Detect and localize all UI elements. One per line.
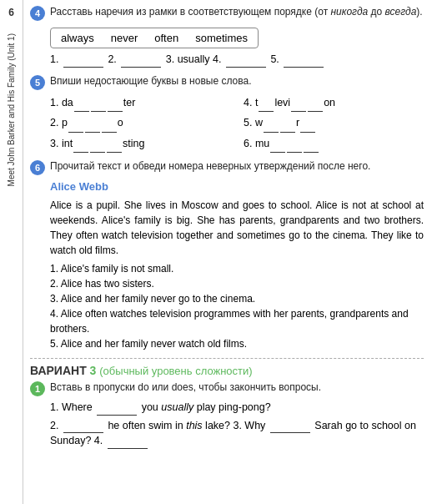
task-6-header: 6 Прочитай текст и обведи номера неверны…	[30, 159, 424, 175]
sidebar: 6 Meet John Barker and His Family (Unit …	[0, 0, 23, 504]
variant-label: ВАРИАНТ	[30, 364, 87, 377]
task-5-item-4: 4. tlevion	[244, 93, 424, 113]
task-6-num: 6	[30, 160, 45, 175]
this-word: this	[186, 420, 202, 431]
task-5-num: 5	[30, 75, 45, 90]
statement-5: 5. Alice and her family never watch old …	[50, 336, 424, 351]
task-6-desc: Прочитай текст и обведи номера неверных …	[50, 159, 370, 174]
task-6-text: Alice Webb Alice is a pupil. She lives i…	[50, 179, 424, 258]
task-5-item-3: 3. intsting	[50, 134, 230, 154]
blank-4[interactable]	[226, 67, 266, 68]
task-4-desc: Расставь наречия из рамки в соответствую…	[50, 5, 423, 19]
main-content: 4 Расставь наречия из рамки в соответств…	[23, 0, 432, 504]
word-sometimes: sometimes	[195, 32, 248, 44]
blank-1[interactable]	[63, 67, 103, 68]
statement-4: 4. Alice often watches television progra…	[50, 306, 424, 336]
task-5-desc: Впиши недостающие буквы в новые слова.	[50, 74, 251, 88]
statement-2: 2. Alice has two sisters.	[50, 276, 424, 291]
word-never: never	[111, 32, 138, 44]
task-5-row-1: 1. dater 4. tlevion	[50, 93, 424, 113]
statement-1: 1. Alice's family is not small.	[50, 261, 424, 276]
page: 6 Meet John Barker and His Family (Unit …	[0, 0, 432, 504]
task-v1-header: 1 Вставь в пропуски do или does, чтобы з…	[30, 381, 424, 396]
task-4-num: 4	[30, 6, 45, 21]
task-5-header: 5 Впиши недостающие буквы в новые слова.	[30, 74, 424, 90]
word-box: always never often sometimes	[50, 28, 259, 48]
task-5-item-1: 1. dater	[50, 93, 230, 113]
task-v1: 1 Вставь в пропуски do или does, чтобы з…	[30, 381, 424, 449]
task-5-grid: 1. dater 4. tlevion 2. po 5. wr	[50, 93, 424, 154]
blank-v1-1[interactable]	[97, 415, 137, 416]
blank-5[interactable]	[284, 67, 324, 68]
task-v1-num: 1	[30, 381, 45, 396]
blank-2[interactable]	[121, 67, 161, 68]
statements: 1. Alice's family is not small. 2. Alice…	[50, 261, 424, 351]
task-v1-desc: Вставь в пропуски do или does, чтобы зак…	[50, 381, 321, 395]
task-5-row-2: 2. po 5. wr	[50, 113, 424, 133]
task-v1-line2: 2. he often swim in this lake? 3. Why Sa…	[50, 418, 424, 450]
word-always: always	[61, 32, 94, 44]
blank-v1-2[interactable]	[63, 432, 103, 433]
variant-level: (обычный уровень сложности)	[99, 365, 252, 377]
task-5-row-3: 3. intsting 6. mu	[50, 134, 424, 154]
task-4-line: 1. 2. 3. usually 4. 5.	[50, 52, 424, 68]
task-4: 4 Расставь наречия из рамки в соответств…	[30, 5, 424, 68]
task-v1-line1: 1. Where you usually play ping-pong?	[50, 400, 424, 416]
blank-v1-3[interactable]	[270, 432, 310, 433]
blank-v1-4[interactable]	[108, 448, 148, 449]
page-number: 6	[8, 7, 14, 18]
sidebar-text: Meet John Barker and His Family (Unit 1)	[6, 33, 18, 186]
variant-header: ВАРИАНТ 3 (обычный уровень сложности)	[30, 358, 424, 377]
text-body: Alice is a pupil. She lives in Moscow an…	[50, 198, 424, 258]
task-5: 5 Впиши недостающие буквы в новые слова.…	[30, 74, 424, 154]
usually-word: usually	[161, 401, 193, 413]
statement-3: 3. Alice and her family never go to the …	[50, 291, 424, 306]
text-title: Alice Webb	[50, 179, 424, 195]
task-6: 6 Прочитай текст и обведи номера неверны…	[30, 159, 424, 351]
task-5-item-2: 2. po	[50, 113, 230, 133]
task-4-text: Расставь наречия из рамки в соответствую…	[50, 6, 423, 18]
task-4-header: 4 Расставь наречия из рамки в соответств…	[30, 5, 424, 21]
task-5-item-6: 6. mu	[244, 134, 424, 154]
variant-num: 3	[90, 364, 97, 377]
word-often: often	[154, 32, 178, 44]
task-5-item-5: 5. wr	[244, 113, 424, 133]
